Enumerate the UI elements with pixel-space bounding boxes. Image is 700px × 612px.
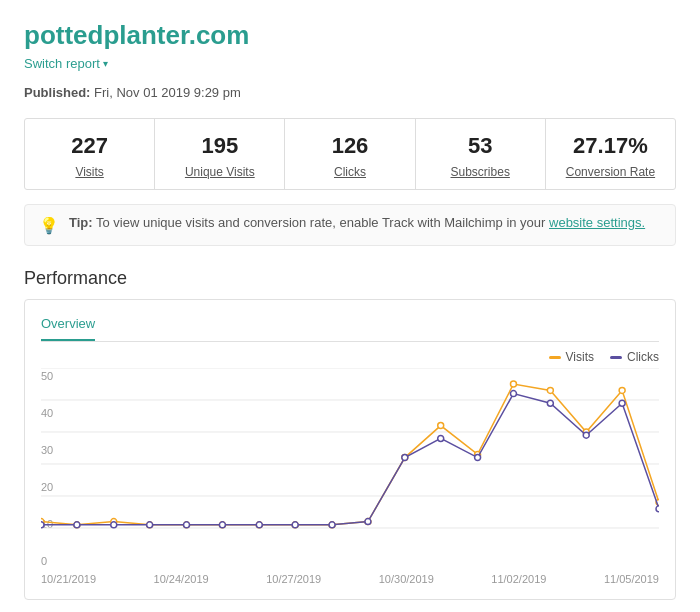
clicks-legend-label: Clicks <box>627 350 659 364</box>
switch-report-link[interactable]: Switch report ▾ <box>24 56 108 71</box>
published-label: Published: <box>24 85 90 100</box>
visits-legend-line <box>549 356 561 359</box>
chevron-down-icon: ▾ <box>103 58 108 69</box>
clicks-value: 126 <box>293 133 406 159</box>
stats-row: 227 Visits 195 Unique Visits 126 Clicks … <box>24 118 676 190</box>
published-info: Published: Fri, Nov 01 2019 9:29 pm <box>24 85 676 100</box>
legend-clicks: Clicks <box>610 350 659 364</box>
published-value: Fri, Nov 01 2019 9:29 pm <box>94 85 241 100</box>
stat-unique-visits: 195 Unique Visits <box>155 119 285 189</box>
subscribes-value: 53 <box>424 133 537 159</box>
click-dot <box>329 522 335 528</box>
click-dot <box>74 522 80 528</box>
click-dot <box>619 400 625 406</box>
click-dot <box>111 522 117 528</box>
chart-with-axes: 0 10 20 30 40 50 <box>41 368 659 585</box>
visit-dot <box>438 423 444 429</box>
click-dot <box>583 432 589 438</box>
tip-text: Tip: To view unique visits and conversio… <box>69 215 645 230</box>
conversion-label[interactable]: Conversion Rate <box>566 165 655 179</box>
website-settings-link[interactable]: website settings. <box>549 215 645 230</box>
x-axis: 10/21/2019 10/24/2019 10/27/2019 10/30/2… <box>41 573 659 585</box>
chart-tabs: Overview <box>41 312 659 342</box>
click-dot <box>402 455 408 461</box>
site-title: pottedplanter.com <box>24 20 676 51</box>
click-dot <box>656 506 659 512</box>
clicks-legend-line <box>610 356 622 359</box>
visits-value: 227 <box>33 133 146 159</box>
chart-legend: Visits Clicks <box>41 350 659 364</box>
subscribes-label[interactable]: Subscribes <box>451 165 510 179</box>
conversion-value: 27.17% <box>554 133 667 159</box>
visits-line <box>41 384 659 525</box>
click-dot <box>365 519 371 525</box>
unique-visits-label[interactable]: Unique Visits <box>185 165 255 179</box>
clicks-label[interactable]: Clicks <box>334 165 366 179</box>
chart-svg <box>41 368 659 568</box>
visit-dot <box>619 387 625 393</box>
tip-box: 💡 Tip: To view unique visits and convers… <box>24 204 676 246</box>
click-dot <box>256 522 262 528</box>
click-dot <box>41 522 44 528</box>
stat-conversion: 27.17% Conversion Rate <box>546 119 675 189</box>
stat-visits: 227 Visits <box>25 119 155 189</box>
visit-dot <box>547 387 553 393</box>
chart-container: Overview Visits Clicks 0 10 20 30 40 50 <box>24 299 676 600</box>
click-dot <box>438 435 444 441</box>
stat-clicks: 126 Clicks <box>285 119 415 189</box>
chart-svg-wrapper: 10/21/2019 10/24/2019 10/27/2019 10/30/2… <box>41 368 659 585</box>
click-dot <box>547 400 553 406</box>
click-dot <box>475 455 481 461</box>
visits-legend-label: Visits <box>566 350 594 364</box>
click-dot <box>292 522 298 528</box>
visit-dot <box>510 381 516 387</box>
switch-report-label: Switch report <box>24 56 100 71</box>
click-dot <box>510 391 516 397</box>
visits-label[interactable]: Visits <box>75 165 103 179</box>
click-dot <box>219 522 225 528</box>
click-dot <box>147 522 153 528</box>
clicks-line <box>41 394 659 525</box>
lightbulb-icon: 💡 <box>39 216 59 235</box>
overview-tab[interactable]: Overview <box>41 312 95 341</box>
click-dot <box>184 522 190 528</box>
performance-title: Performance <box>24 268 676 289</box>
stat-subscribes: 53 Subscribes <box>416 119 546 189</box>
unique-visits-value: 195 <box>163 133 276 159</box>
legend-visits: Visits <box>549 350 594 364</box>
